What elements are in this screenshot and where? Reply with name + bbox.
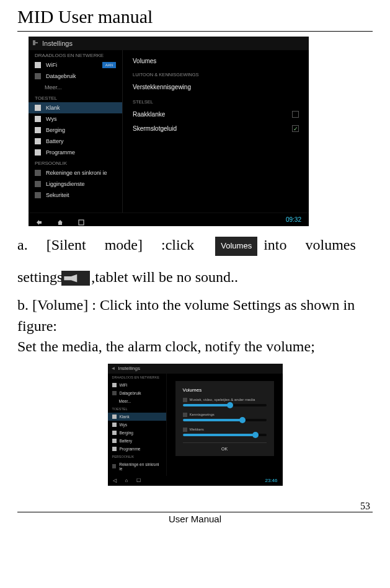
lock-icon <box>35 192 41 198</box>
sound-icon <box>35 105 41 111</box>
wifi-icon <box>112 383 117 387</box>
para-a-rest: ,tablet will be no sound.. <box>91 269 238 285</box>
sidebar-location[interactable]: Liggingsdienste <box>29 178 122 190</box>
s2-sec1: DRAADLOOS EN NETWERKE <box>108 374 166 381</box>
s2-apps[interactable]: Programme <box>108 445 166 453</box>
alarm-icon <box>183 428 187 432</box>
sidebar-accounts[interactable]: Rekeninge en sinkroni ie <box>29 167 122 178</box>
storage-icon <box>112 431 117 435</box>
accounts-icon <box>35 170 41 176</box>
display-icon <box>35 116 41 122</box>
para-a-pre: a. <box>17 237 28 253</box>
sidebar-sound[interactable]: Klank <box>29 102 122 113</box>
s1-topbar: Instellings <box>29 37 309 50</box>
nav-recent-icon[interactable] <box>78 217 84 223</box>
nav-home-icon[interactable] <box>57 217 63 223</box>
s1-sidebar: DRAADLOOS EN NETWERKE WiFi AAN Datagebru… <box>29 50 123 213</box>
display-icon <box>112 423 117 427</box>
apps-label: Programme <box>46 149 75 156</box>
s1-title: Instellings <box>42 40 73 47</box>
display-label: Wys <box>46 116 56 122</box>
dialog-ok-button[interactable]: OK <box>183 442 267 451</box>
para-a-w4: into <box>264 237 286 253</box>
media-slider[interactable] <box>183 404 267 406</box>
para-a: a. [Silent mode] :click Volumes into vol… <box>17 235 373 256</box>
s2-data[interactable]: Datagebruik <box>108 389 166 397</box>
header-ringtone: LUITOON & KENNISGEWINGS <box>133 72 299 77</box>
s2-acc-label: Rekeninge en sinkroni ie <box>119 462 161 471</box>
touch-sounds-checkbox[interactable] <box>292 111 299 118</box>
security-label: Sekuriteit <box>46 192 69 198</box>
footer-text: User Manual <box>17 514 373 524</box>
storage-label: Berging <box>46 127 65 133</box>
section-personal: PERSOONLIK <box>29 158 122 167</box>
para-b: b. [Volume] : Click into the volume Sett… <box>17 295 373 336</box>
data-icon <box>112 391 117 395</box>
location-icon <box>35 181 41 187</box>
para-a-w5: volumes <box>306 237 356 253</box>
s2-battery[interactable]: Battery <box>108 437 166 445</box>
battery-icon <box>35 138 41 144</box>
item-screenlock-sound[interactable]: Skermslotgeluid ✓ <box>133 121 299 136</box>
apps-icon <box>35 149 41 156</box>
s2-sec3: PERSOONLIK <box>108 453 166 460</box>
sidebar-data[interactable]: Datagebruik <box>29 71 122 82</box>
item-volumes[interactable]: Volumes <box>133 54 299 68</box>
section-device: TOESTEL <box>29 93 122 102</box>
touch-sounds-label: Raakklanke <box>133 111 165 118</box>
s2-display[interactable]: Wys <box>108 421 166 429</box>
s1-content: Volumes LUITOON & KENNISGEWINGS Verstekk… <box>123 50 309 213</box>
sidebar-security[interactable]: Sekuriteit <box>29 190 122 201</box>
s2-sound[interactable]: Klank <box>108 413 166 421</box>
s2-sec2: TOESTEL <box>108 405 166 413</box>
notif-slider[interactable] <box>183 419 267 421</box>
s2-accounts[interactable]: Rekeninge en sinkroni ie <box>108 460 166 473</box>
screenlock-checkbox[interactable]: ✓ <box>292 125 299 132</box>
s2-wifi-label: WiFi <box>120 383 128 387</box>
sidebar-display[interactable]: Wys <box>29 113 122 125</box>
s2-data-label: Datagebruik <box>120 391 141 395</box>
s2-display-label: Wys <box>120 423 128 427</box>
notif-icon <box>183 413 187 417</box>
item-touch-sounds[interactable]: Raakklanke <box>133 107 299 121</box>
volumes-dialog: Volumes Musiek, video, speletjies & ande… <box>175 381 274 456</box>
nav-home-icon[interactable]: ⌂ <box>125 478 128 483</box>
document-title: MID User manual <box>17 6 373 27</box>
battery-icon <box>112 439 117 443</box>
wifi-label: WiFi <box>46 62 57 68</box>
nav-back-icon[interactable] <box>36 217 42 223</box>
volumes-badge: Volumes <box>215 237 257 255</box>
s2-topbar: ◄ Instellings <box>108 364 283 374</box>
sidebar-apps[interactable]: Programme <box>29 147 122 158</box>
data-icon <box>35 73 41 79</box>
sidebar-wifi[interactable]: WiFi AAN <box>29 59 122 71</box>
s2-apps-label: Programme <box>120 447 141 451</box>
item-default-sub <box>133 92 299 95</box>
wifi-switch[interactable]: AAN <box>102 62 116 68</box>
para-a-w1: [Silent <box>47 237 86 253</box>
s2-back-icon[interactable]: ◄ <box>111 366 116 371</box>
storage-icon <box>35 127 41 133</box>
s2-storage[interactable]: Berging <box>108 429 166 437</box>
footer-rule <box>17 512 373 512</box>
sidebar-battery[interactable]: Battery <box>29 136 122 147</box>
s2-more[interactable]: Meer... <box>108 397 166 405</box>
para-a-line2: settings,tablet will be no sound.. <box>17 267 373 288</box>
location-label: Liggingsdienste <box>46 181 85 187</box>
sidebar-storage[interactable]: Berging <box>29 125 122 136</box>
s2-sidebar: DRAADLOOS EN NETWERKE WiFi Datagebruik M… <box>108 374 167 476</box>
s2-battery-label: Battery <box>120 439 133 443</box>
alarm-text: Wekkers <box>190 428 204 431</box>
sidebar-more[interactable]: Meer... <box>29 82 122 93</box>
sound-icon <box>112 415 117 419</box>
s1-clock: 09:32 <box>286 216 301 223</box>
nav-back-icon[interactable]: ◁ <box>113 478 117 483</box>
s2-wifi[interactable]: WiFi <box>108 381 166 389</box>
back-icon[interactable] <box>32 39 38 48</box>
sound-label: Klank <box>46 105 60 111</box>
title-rule <box>17 31 373 32</box>
alarm-slider[interactable] <box>183 434 267 436</box>
nav-recent-icon[interactable]: ☐ <box>136 478 141 483</box>
s2-navbar: ◁ ⌂ ☐ 23:46 <box>108 476 283 486</box>
media-icon <box>183 398 187 402</box>
